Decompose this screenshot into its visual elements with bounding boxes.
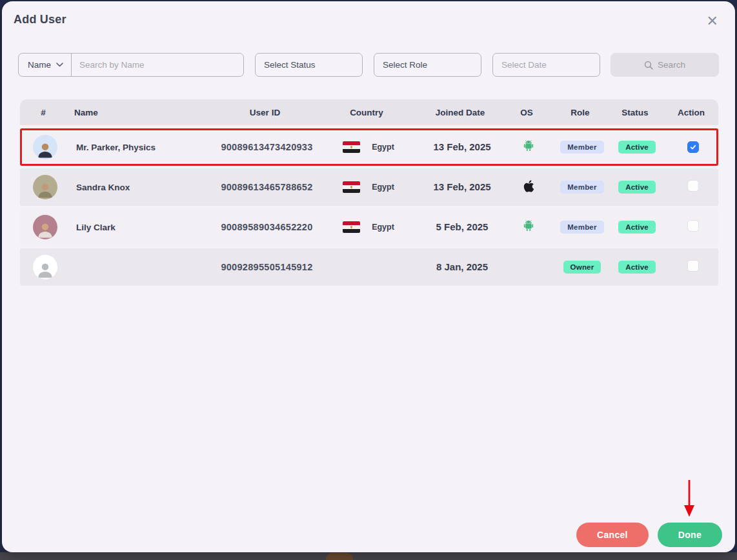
- cancel-button[interactable]: Cancel: [576, 523, 649, 547]
- role-cell: Member: [556, 181, 608, 194]
- country-name: Egypt: [372, 143, 394, 152]
- table-header-row: # Name User ID Country Joined Date OS Ro…: [20, 99, 718, 125]
- joined-date-cell: 13 Feb, 2025: [423, 181, 501, 193]
- filter-bar: Name Select Status Select Role Select Da…: [18, 53, 735, 77]
- action-cell: [666, 220, 720, 234]
- users-table: # Name User ID Country Joined Date OS Ro…: [20, 99, 718, 286]
- col-header-joined: Joined Date: [421, 108, 499, 117]
- role-badge: Member: [560, 181, 603, 194]
- avatar: [33, 135, 57, 159]
- status-cell: Active: [608, 181, 666, 194]
- os-cell: [501, 139, 556, 155]
- col-header-status: Status: [606, 108, 664, 117]
- user-name: Mr. Parker, Physics: [76, 143, 156, 152]
- country-name: Egypt: [372, 223, 394, 232]
- underlying-page-strip: [0, 552, 737, 560]
- status-cell: Active: [608, 141, 666, 154]
- status-badge: Active: [618, 221, 656, 234]
- search-button-label: Search: [658, 60, 685, 70]
- col-header-index: #: [20, 108, 66, 117]
- userid-cell: 90089613473420933: [220, 141, 314, 153]
- country-cell: Egypt: [314, 141, 423, 153]
- user-name: Lily Clark: [76, 223, 116, 232]
- apple-icon: [523, 179, 534, 193]
- role-badge: Owner: [563, 261, 601, 274]
- joined-date: 13 Feb, 2025: [433, 181, 490, 192]
- android-icon: [521, 139, 536, 153]
- avatar-cell: [22, 135, 68, 159]
- action-cell: [666, 180, 720, 194]
- col-header-userid: User ID: [218, 108, 312, 117]
- table-row[interactable]: 90092895505145912 8 Jan, 2025: [20, 248, 718, 286]
- os-cell: [501, 179, 556, 195]
- search-combo: Name: [18, 53, 244, 77]
- avatar: [33, 175, 57, 199]
- country-name: Egypt: [372, 183, 394, 192]
- underlying-page-content: [326, 553, 353, 560]
- search-input[interactable]: [72, 54, 243, 76]
- role-cell: Member: [556, 141, 608, 154]
- modal-header: Add User ✕: [2, 1, 735, 30]
- search-field-dropdown[interactable]: Name: [19, 54, 71, 76]
- row-checkbox[interactable]: [687, 180, 699, 192]
- role-select[interactable]: Select Role: [374, 53, 481, 77]
- col-header-role: Role: [554, 108, 606, 117]
- android-icon: [521, 219, 536, 233]
- search-icon: [644, 61, 653, 70]
- os-cell: [501, 219, 556, 235]
- add-user-modal: Add User ✕ Name Select Status Select Rol…: [2, 1, 735, 552]
- userid-cell: 90092895505145912: [220, 261, 314, 273]
- country-cell: Egypt: [314, 221, 423, 233]
- status-select[interactable]: Select Status: [255, 53, 363, 77]
- col-header-os: OS: [499, 108, 554, 117]
- status-cell: Active: [608, 261, 666, 274]
- userid-cell: 90089589034652220: [220, 221, 314, 233]
- name-cell: Sandra Knox: [68, 181, 220, 193]
- col-header-action: Action: [664, 108, 718, 117]
- user-id: 90089613473420933: [221, 142, 312, 152]
- joined-date: 8 Jan, 2025: [436, 261, 488, 272]
- user-id: 90089613465788652: [221, 182, 312, 192]
- role-badge: Member: [560, 141, 603, 154]
- role-badge: Member: [560, 221, 603, 234]
- status-cell: Active: [608, 221, 666, 234]
- chevron-down-icon: [56, 63, 63, 67]
- status-badge: Active: [618, 141, 656, 154]
- row-checkbox[interactable]: [687, 260, 699, 272]
- avatar: [33, 215, 57, 239]
- role-cell: Member: [556, 221, 608, 234]
- egypt-flag-icon: [343, 141, 360, 153]
- egypt-flag-icon: [343, 221, 360, 233]
- avatar: [33, 255, 57, 279]
- col-header-country: Country: [312, 108, 421, 117]
- name-cell: Mr. Parker, Physics: [68, 141, 220, 153]
- close-icon[interactable]: ✕: [703, 13, 722, 30]
- table-row[interactable]: Mr. Parker, Physics 90089613473420933 Eg…: [20, 128, 718, 166]
- table-row[interactable]: Lily Clark 90089589034652220 Egypt 5 Feb…: [20, 208, 718, 246]
- joined-date-cell: 13 Feb, 2025: [423, 141, 501, 153]
- userid-cell: 90089613465788652: [220, 181, 314, 193]
- search-field-dropdown-label: Name: [28, 60, 51, 70]
- col-header-name: Name: [66, 108, 218, 117]
- user-id: 90092895505145912: [221, 262, 312, 272]
- egypt-flag-icon: [343, 181, 360, 193]
- avatar-cell: [22, 215, 68, 239]
- table-body: Mr. Parker, Physics 90089613473420933 Eg…: [20, 128, 718, 286]
- country-cell: Egypt: [314, 181, 423, 193]
- row-checkbox[interactable]: [687, 141, 699, 153]
- row-checkbox[interactable]: [687, 220, 699, 232]
- name-cell: Lily Clark: [68, 221, 220, 233]
- status-badge: Active: [618, 181, 656, 194]
- date-select[interactable]: Select Date: [492, 53, 600, 77]
- joined-date-cell: 5 Feb, 2025: [423, 221, 501, 233]
- joined-date: 5 Feb, 2025: [436, 221, 489, 232]
- table-row[interactable]: Sandra Knox 90089613465788652 Egypt 13 F…: [20, 168, 718, 206]
- joined-date: 13 Feb, 2025: [433, 141, 490, 152]
- user-id: 90089589034652220: [221, 222, 312, 232]
- joined-date-cell: 8 Jan, 2025: [423, 261, 501, 273]
- search-button[interactable]: Search: [611, 53, 719, 77]
- avatar-cell: [22, 175, 68, 199]
- action-cell: [666, 141, 720, 154]
- action-cell: [666, 260, 720, 274]
- done-button[interactable]: Done: [658, 523, 722, 547]
